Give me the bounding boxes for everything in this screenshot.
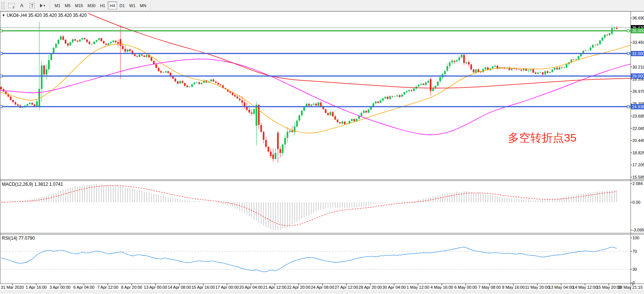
price-badge: 32.000 (631, 51, 644, 56)
time-axis-label: 27 Apr 12:00 (335, 285, 358, 290)
time-axis-label: 17 Apr 00:00 (215, 285, 239, 290)
line-handle[interactable] (627, 52, 629, 55)
trading-app-window: FAT▾ M1M5M15M30H1H4D1W1MN ▼UKOil-,H4 35.… (0, 0, 644, 294)
rsi-label: RSI(14) 77.0790 (2, 236, 35, 241)
macd-values: 1.3812 1.0741 (34, 182, 63, 187)
rsi-axis-label: 100 (632, 236, 639, 240)
time-axis-label: 13 Apr 00:00 (144, 285, 167, 290)
time-axis-label: 15 Apr 16:00 (191, 285, 215, 290)
time-axis-label: 24 Apr 08:00 (311, 285, 334, 290)
time-axis-label: 11 May 20:00 (525, 285, 550, 290)
price-axis-label: 33.450 (632, 40, 644, 45)
price-badge: 29.000 (631, 73, 644, 79)
chart-symbol-line: ▼UKOil-,H4 35.420 35.420 35.420 35.420 (2, 13, 87, 18)
macd-label: MACD(12,26,9) 1.3812 1.0741 (2, 182, 63, 187)
time-axis-label: 4 May 16:00 (430, 285, 453, 290)
macd-axis-label: 0.00 (632, 200, 640, 204)
price-axis-label: 26.970 (632, 89, 644, 94)
macd-axis-label: -3.0957 (632, 228, 644, 232)
price-axis-label: 15.585 (632, 175, 644, 179)
chart-canvas[interactable] (0, 0, 644, 294)
time-axis-label: 3 Apr 00:00 (49, 285, 70, 290)
time-axis-label: 30 Apr 04:00 (383, 285, 406, 290)
price-axis-label: 36.690 (632, 16, 644, 20)
time-axis-label: 13 May 04:00 (549, 285, 574, 290)
rsi-axis-label: 30 (632, 267, 637, 272)
time-axis-label: 8 Apr 20:00 (121, 285, 142, 290)
time-axis-label: 20 Apr 04:00 (239, 285, 263, 290)
price-axis-label: 17.205 (632, 163, 644, 167)
time-axis-label: 31 Mar 2020 (1, 285, 24, 290)
time-axis-label: 14 Apr 08:00 (168, 285, 191, 290)
time-axis-label: 21 Apr 12:00 (263, 285, 286, 290)
price-axis-label: 23.685 (632, 114, 644, 118)
price-badge: 24.936 (631, 104, 644, 109)
time-axis-label: 22 Apr 20:00 (287, 285, 310, 290)
price-axis-label: 20.445 (632, 138, 644, 143)
time-axis-label: 7 Apr 12:00 (97, 285, 118, 290)
annotation-text[interactable]: 多空转折点35 (508, 130, 576, 146)
rsi-axis-label: 0 (632, 281, 635, 285)
rsi-axis-label: 70 (632, 249, 637, 254)
price-badge: 35.000 (631, 28, 644, 33)
symbol-title: UKOil-,H4 35.420 35.420 35.420 35.420 (7, 13, 87, 18)
time-axis-label: 18 May 21:15 (618, 285, 643, 290)
time-axis-label: 8 May 16:00 (502, 285, 525, 290)
time-axis-label: 7 May 08:00 (478, 285, 501, 290)
time-axis-label: 6 Apr 04:00 (73, 285, 94, 290)
chevron-down-icon: ▼ (2, 13, 5, 17)
time-axis-label: 1 Apr 16:00 (26, 285, 47, 290)
time-axis-label: 28 Apr 20:00 (359, 285, 382, 290)
status-strip (0, 291, 644, 294)
price-axis-label: 30.210 (632, 65, 644, 69)
price-axis-label: 18.825 (632, 151, 644, 155)
line-handle[interactable] (627, 30, 629, 32)
rsi-value: 77.0790 (19, 236, 35, 241)
price-axis-label: 22.065 (632, 126, 644, 131)
time-axis-label: 6 May 00:00 (454, 285, 477, 290)
time-axis-label: 1 May 12:00 (407, 285, 429, 290)
time-axis-label: 14 May 12:00 (573, 285, 598, 290)
macd-axis-label: 2.084 (632, 181, 643, 186)
line-handle[interactable] (627, 106, 629, 108)
